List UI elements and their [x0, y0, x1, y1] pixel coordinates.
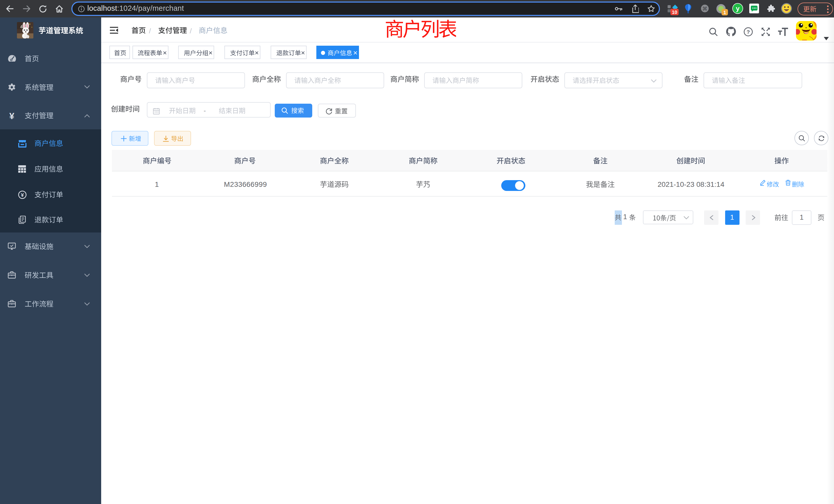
svg-text:¥: ¥: [9, 112, 14, 121]
svg-text:¥: ¥: [21, 192, 24, 198]
svg-text:y: y: [736, 5, 740, 12]
svg-text:1: 1: [723, 10, 726, 15]
svg-text:⌘: ⌘: [702, 6, 707, 12]
svg-text:?: ?: [746, 29, 750, 35]
svg-text:10: 10: [672, 9, 677, 15]
